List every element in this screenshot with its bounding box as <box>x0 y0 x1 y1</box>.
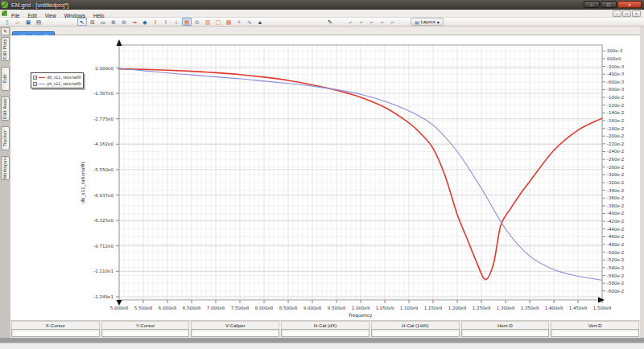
zoom-in-icon[interactable]: ⊕ <box>109 18 118 26</box>
measure-header[interactable]: Vert-D <box>551 321 639 329</box>
right-tick-label: 000e0 <box>607 56 621 61</box>
x-tick-label: 1.400e9 <box>545 306 564 310</box>
layout-columns-icon[interactable]: ▥ <box>203 18 213 26</box>
measure-header[interactable]: Y-Cursor <box>101 321 190 329</box>
layout-grid-icon[interactable]: ▩ <box>224 18 233 26</box>
measure-value-field[interactable] <box>551 329 639 337</box>
legend-item[interactable]: ✓ph_s11_rationalfit <box>33 80 81 87</box>
left-tick-label: -4.162e0 <box>93 142 114 146</box>
minimize-button[interactable]: – <box>584 1 600 8</box>
measure-value-field[interactable] <box>461 329 550 337</box>
x-tick-label: 1.050e9 <box>376 306 394 310</box>
select-arrow-icon[interactable]: ↖ <box>77 18 87 26</box>
sidebar-tab-edit-plots[interactable]: Edit Plots <box>1 37 10 61</box>
pan-icon[interactable]: ⊞ <box>88 18 97 26</box>
measure-value-field[interactable] <box>281 329 369 337</box>
corner-toggle-1-icon[interactable]: ⌐ <box>346 18 356 26</box>
right-tick-label: -600e-3 <box>607 80 625 84</box>
right-tick-label: -240e-2 <box>607 149 624 154</box>
i-cursor-icon[interactable]: I <box>161 18 171 26</box>
layout-window-icon[interactable]: ▢ <box>213 18 223 26</box>
corner-toggle-4-icon[interactable]: ⌐ <box>378 18 387 26</box>
layout-grid-small-icon: ▤ <box>415 19 419 25</box>
x-tick-label: 1.350e9 <box>521 306 539 310</box>
menu-bar: FileEditViewWindowsHelp –□× <box>0 10 644 18</box>
x-tick-label: 7.000e8 <box>207 306 225 310</box>
mdi-minimize-button[interactable]: – <box>613 10 621 17</box>
marker-pair-icon[interactable]: ◄► <box>130 18 139 26</box>
x-tick-label: 9.500e8 <box>328 306 346 310</box>
sidebar-tab-edit-graph[interactable]: Edit Graph <box>1 67 10 91</box>
new-file-icon[interactable]: ▯ <box>2 18 12 26</box>
mdi-window-controls: –□× <box>613 10 641 17</box>
pen-icon[interactable]: ✎ <box>325 18 335 26</box>
x-tick-label: 1.200e9 <box>448 306 467 310</box>
edit-pencil-icon[interactable]: ✎ <box>1 27 10 35</box>
measure-header[interactable]: Horz-D <box>461 321 550 329</box>
tab-bar: s11_rationalfit <box>10 27 640 35</box>
x-tick-label: 6.500e8 <box>183 306 201 310</box>
v-range-icon[interactable]: ↕ <box>171 18 181 26</box>
close-button[interactable]: × <box>617 1 642 8</box>
marker-add-icon[interactable]: ◆ <box>140 18 150 26</box>
sidebar-tab-edit-axes[interactable]: Edit Axes <box>1 96 10 121</box>
plot-grid-icon[interactable]: ▦ <box>182 18 192 26</box>
right-tick-label: -340e-2 <box>607 188 624 193</box>
right-tick-label: 200e-3 <box>607 48 623 53</box>
measure-header[interactable]: H-Cal (1/dX) <box>371 321 460 329</box>
left-tick-label: -1.387e0 <box>93 91 114 96</box>
maximize-button[interactable]: □ <box>601 1 617 8</box>
mdi-close-button[interactable]: × <box>632 10 641 17</box>
measure-bar: X-CursorY-CursorV-CaliperH-Cal (dX)H-Cal… <box>10 320 640 338</box>
legend-line-sample <box>39 84 45 84</box>
measure-value-field[interactable] <box>101 329 190 337</box>
measure-column-h-cal-1-dx-: H-Cal (1/dX) <box>370 321 460 338</box>
right-tick-label: -480e-2 <box>607 242 624 247</box>
corner-toggle-2-icon[interactable]: ⌐ <box>357 18 366 26</box>
left-tick-label: -2.775e0 <box>93 117 114 121</box>
right-tick-label: -100e-2 <box>607 95 624 100</box>
measure-column-x-cursor: X-Cursor <box>10 321 101 338</box>
zoom-out-icon[interactable]: ⊖ <box>119 18 129 26</box>
window-controls: –□× <box>584 1 642 8</box>
measure-value-field[interactable] <box>371 329 460 337</box>
measure-value-field[interactable] <box>11 329 100 337</box>
save-icon[interactable]: ▣ <box>23 18 33 26</box>
x-tick-label: 6.000e8 <box>159 306 177 310</box>
corner-toggle-3-icon[interactable]: ⌐ <box>367 18 377 26</box>
right-tick-label: -120e-2 <box>607 103 624 108</box>
legend-item[interactable]: ✓db_s11_rationalfit <box>33 74 81 80</box>
window-right-edge <box>640 27 644 338</box>
left-tick-label: -5.550e0 <box>93 167 114 172</box>
right-tick-label: -460e-2 <box>607 234 624 239</box>
right-tick-label: -600e-2 <box>607 289 624 294</box>
mdi-restore-button[interactable]: □ <box>622 10 631 17</box>
x-tick-label: 1.000e9 <box>352 306 370 310</box>
x-tick-label: 1.100e9 <box>400 306 419 310</box>
measure-header[interactable]: H-Cal (dX) <box>281 321 369 329</box>
right-tick-label: -260e-2 <box>607 157 624 162</box>
sidebar-tab-workspace[interactable]: Workspace <box>1 156 10 180</box>
v-cursor-icon[interactable]: Ⅰ <box>151 18 160 26</box>
print-icon[interactable]: ▤ <box>34 18 43 26</box>
measure-column-y-cursor: Y-Cursor <box>101 321 191 338</box>
smooth-curve-icon[interactable]: ∿ <box>245 18 254 26</box>
right-tick-label: -160e-2 <box>607 118 624 123</box>
right-tick-label: -140e-2 <box>607 110 624 115</box>
open-folder-icon[interactable]: ▱ <box>13 18 23 26</box>
peak-icon[interactable]: ▲ <box>255 18 265 26</box>
legend-checkbox[interactable]: ✓ <box>33 82 37 86</box>
measure-header[interactable]: V-Caliper <box>191 321 279 329</box>
measure-header[interactable]: X-Cursor <box>11 321 100 329</box>
legend-checkbox[interactable]: ✓ <box>33 76 37 80</box>
zoom-select-icon[interactable]: ⊙ <box>192 18 202 26</box>
right-tick-label: -500e-2 <box>607 250 624 255</box>
measure-value-field[interactable] <box>191 329 279 337</box>
legend[interactable]: ✓db_s11_rationalfit✓ph_s11_rationalfit <box>31 72 84 88</box>
zoom-box-icon[interactable]: ▭ <box>98 18 108 26</box>
legend-line-sample <box>39 77 45 78</box>
corner-toggle-5-icon[interactable]: ⌐ <box>388 18 398 26</box>
sidebar-tab-tracker[interactable]: Tracker <box>1 126 10 150</box>
add-plot-icon[interactable]: + <box>234 18 244 26</box>
layout-button[interactable]: ▤Layout▾ <box>411 18 444 26</box>
